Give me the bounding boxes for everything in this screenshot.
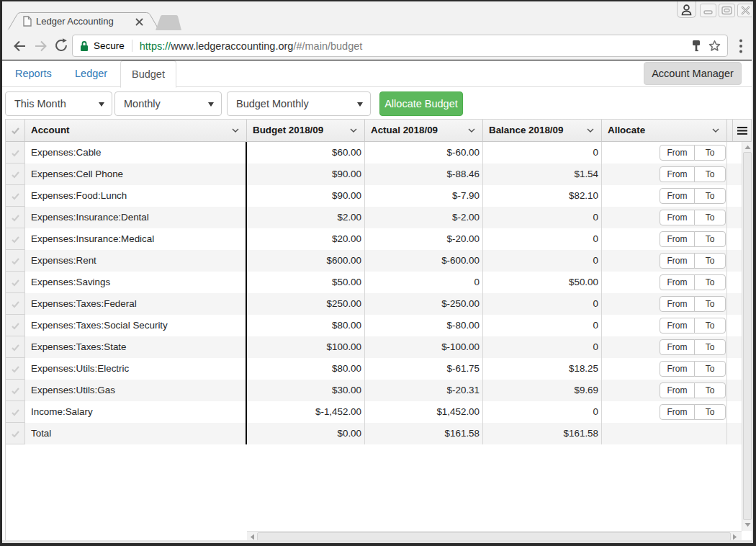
allocate-to-button[interactable]: To [694, 404, 726, 420]
row-select-cell[interactable] [6, 142, 25, 164]
allocate-to-button[interactable]: To [694, 166, 726, 182]
column-header-balance[interactable]: Balance 2018/09 [483, 120, 602, 141]
allocate-from-button[interactable]: From [660, 253, 695, 269]
cell-balance: $50.00 [483, 272, 602, 293]
vertical-scrollbar[interactable] [742, 142, 752, 531]
address-bar[interactable]: Secure https://www.ledgeraccounting.org/… [72, 35, 728, 57]
allocate-to-button[interactable]: To [694, 318, 726, 334]
allocate-from-button[interactable]: From [660, 210, 695, 225]
row-select-cell[interactable] [6, 228, 25, 250]
row-select-cell[interactable] [6, 207, 25, 228]
report-select[interactable]: Budget Monthly [227, 91, 371, 116]
scroll-left-arrow-icon[interactable] [250, 534, 255, 540]
table-row[interactable]: Expenses:Insurance:Dental $2.00 $-2.00 0… [6, 207, 742, 228]
column-header-allocate[interactable]: Allocate [602, 120, 727, 141]
scroll-down-arrow-icon[interactable] [744, 522, 751, 527]
column-border [482, 336, 483, 358]
nav-tab-reports[interactable]: Reports [4, 61, 63, 87]
row-select-cell[interactable] [6, 315, 25, 336]
row-select-cell[interactable] [6, 164, 25, 185]
column-menu-chevron-icon[interactable] [350, 128, 357, 133]
column-border [601, 228, 602, 250]
allocate-to-button[interactable]: To [694, 296, 726, 312]
allocate-to-button[interactable]: To [694, 339, 726, 355]
allocate-from-button[interactable]: From [660, 339, 695, 355]
table-row[interactable]: Expenses:Taxes:Social Security $80.00 $-… [6, 315, 742, 336]
allocate-from-button[interactable]: From [660, 231, 695, 247]
allocate-to-button[interactable]: To [694, 231, 726, 247]
allocate-to-button[interactable]: To [694, 188, 726, 204]
row-select-cell[interactable] [6, 380, 25, 401]
table-row[interactable]: Expenses:Taxes:Federal $250.00 $-250.00 … [6, 293, 742, 315]
bookmark-star-icon[interactable] [708, 40, 721, 52]
allocate-from-button[interactable]: From [660, 318, 695, 334]
allocate-from-button[interactable]: From [660, 274, 695, 290]
reload-button[interactable] [53, 37, 69, 53]
allocate-to-button[interactable]: To [694, 253, 726, 269]
row-select-cell[interactable] [6, 336, 25, 358]
allocate-from-button[interactable]: From [660, 382, 695, 398]
table-row[interactable]: Income:Salary $-1,452.00 $1,452.00 0 Fro… [6, 401, 742, 423]
allocate-from-button[interactable]: From [660, 361, 695, 377]
tab-close-icon[interactable] [135, 17, 144, 27]
allocate-to-button[interactable]: To [694, 145, 726, 161]
row-select-cell[interactable] [6, 250, 25, 272]
allocate-to-button[interactable]: To [694, 274, 726, 290]
row-select-cell[interactable] [6, 358, 25, 380]
allocate-to-button[interactable]: To [694, 210, 726, 225]
table-row[interactable]: Expenses:Cell Phone $90.00 $-88.46 $1.54… [6, 164, 742, 185]
nav-tab-ledger[interactable]: Ledger [64, 61, 118, 87]
select-all-header[interactable] [6, 120, 25, 141]
password-key-icon[interactable] [690, 39, 702, 53]
row-select-cell[interactable] [6, 272, 25, 293]
column-header-account[interactable]: Account [25, 120, 247, 141]
grid-menu-button[interactable] [733, 120, 751, 141]
allocate-button-group: From To [660, 210, 726, 225]
allocate-to-button[interactable]: To [694, 361, 726, 377]
table-row[interactable]: Expenses:Utils:Gas $30.00 $-20.31 $9.69 … [6, 380, 742, 401]
column-menu-chevron-icon[interactable] [232, 128, 239, 133]
column-header-actual[interactable]: Actual 2018/09 [365, 120, 483, 141]
row-select-cell[interactable] [6, 423, 25, 444]
allocate-to-button[interactable]: To [694, 382, 726, 398]
table-row[interactable]: Expenses:Insurance:Medical $20.00 $-20.0… [6, 228, 742, 250]
table-row[interactable]: Expenses:Savings $50.00 0 $50.00 From To [6, 272, 742, 293]
column-menu-chevron-icon[interactable] [712, 128, 719, 133]
column-border [482, 293, 483, 315]
table-row[interactable]: Expenses:Cable $60.00 $-60.00 0 From To [6, 142, 742, 164]
account-manager-button[interactable]: Account Manager [644, 62, 742, 85]
column-menu-chevron-icon[interactable] [587, 128, 594, 133]
table-row[interactable]: Expenses:Rent $600.00 $-600.00 0 From To [6, 250, 742, 272]
allocate-from-button[interactable]: From [660, 404, 695, 420]
window-minimize-button[interactable] [700, 4, 716, 17]
column-header-budget[interactable]: Budget 2018/09 [247, 120, 365, 141]
scroll-up-arrow-icon[interactable] [744, 145, 751, 150]
period-select[interactable]: This Month [5, 91, 112, 116]
profile-button[interactable] [677, 1, 696, 18]
allocate-from-button[interactable]: From [660, 166, 695, 182]
nav-tab-budget[interactable]: Budget [120, 61, 176, 88]
allocate-from-button[interactable]: From [660, 296, 695, 312]
column-border [601, 380, 602, 401]
column-border [726, 358, 727, 380]
table-row[interactable]: Expenses:Food:Lunch $90.00 $-7.90 $82.10… [6, 185, 742, 207]
new-tab-button[interactable] [155, 14, 182, 30]
allocate-from-button[interactable]: From [660, 188, 695, 204]
row-select-cell[interactable] [6, 401, 25, 423]
allocate-budget-button[interactable]: Allocate Budget [379, 91, 463, 116]
table-row[interactable]: Expenses:Utils:Electric $80.00 $-61.75 $… [6, 358, 742, 380]
row-select-cell[interactable] [6, 293, 25, 315]
forward-button[interactable] [32, 37, 50, 55]
scroll-right-arrow-icon[interactable] [732, 534, 737, 540]
frequency-select[interactable]: Monthly [114, 91, 222, 116]
table-row[interactable]: Total $0.00 $161.58 $161.58 [6, 423, 742, 444]
table-row[interactable]: Expenses:Taxes:State $100.00 $-100.00 0 … [6, 336, 742, 358]
browser-menu-icon[interactable] [737, 38, 744, 54]
window-maximize-button[interactable] [719, 4, 735, 17]
back-button[interactable] [11, 37, 28, 55]
column-border [482, 380, 483, 401]
column-menu-chevron-icon[interactable] [468, 128, 475, 133]
row-select-cell[interactable] [6, 185, 25, 207]
allocate-from-button[interactable]: From [660, 145, 695, 161]
vertical-scrollbar-thumb[interactable] [743, 152, 752, 520]
